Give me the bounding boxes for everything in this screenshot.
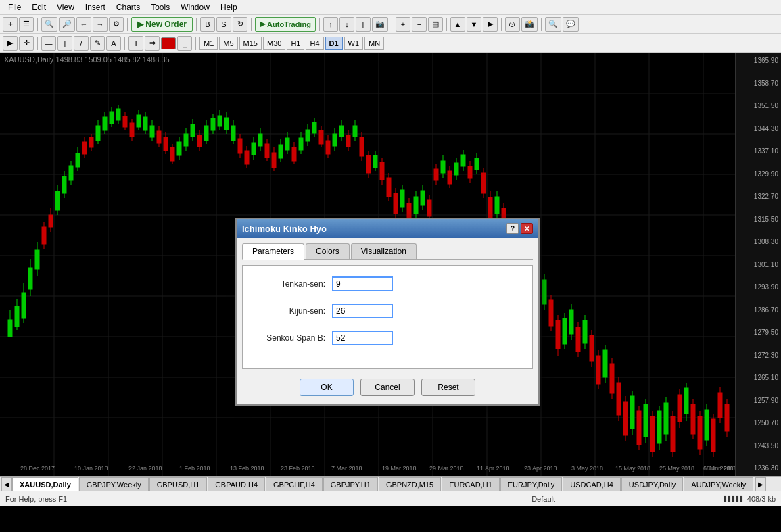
draw-btn[interactable]: ✎ bbox=[90, 36, 105, 51]
cancel-button[interactable]: Cancel bbox=[360, 379, 415, 396]
menu-edit[interactable]: Edit bbox=[26, 1, 51, 14]
tf-m15[interactable]: M15 bbox=[239, 37, 262, 50]
vline-btn[interactable]: | bbox=[57, 36, 72, 51]
svg-rect-168 bbox=[448, 171, 452, 184]
sep-1 bbox=[37, 18, 38, 31]
label-btn[interactable]: T bbox=[128, 36, 143, 51]
chat-btn[interactable]: 💬 bbox=[563, 17, 579, 32]
new-order-btn[interactable]: ▶ New Order bbox=[131, 17, 193, 32]
autotrading-btn[interactable]: ▶ AutoTrading bbox=[255, 17, 316, 32]
status-bar: For Help, press F1 Default ▮▮▮▮▮ 408/3 k… bbox=[0, 491, 781, 506]
tf-m30[interactable]: M30 bbox=[263, 37, 285, 50]
svg-rect-206 bbox=[576, 327, 580, 352]
hline-btn[interactable]: ― bbox=[41, 36, 56, 51]
senkou-span-b-input[interactable] bbox=[332, 331, 393, 345]
properties-btn[interactable]: ⚙ bbox=[109, 17, 124, 32]
indicator1-btn[interactable]: ▲ bbox=[450, 17, 465, 32]
reset-button[interactable]: Reset bbox=[421, 379, 475, 396]
tab-xauusd-daily[interactable]: XAUUSD,Daily bbox=[12, 477, 78, 491]
svg-text:1 Feb 2018: 1 Feb 2018 bbox=[179, 465, 210, 472]
cursor-btn[interactable]: ▶ bbox=[3, 36, 18, 51]
svg-rect-114 bbox=[265, 144, 269, 158]
tf-h4[interactable]: H4 bbox=[306, 37, 323, 50]
arrow-btn[interactable]: ⇒ bbox=[145, 36, 160, 51]
zoom-out-btn[interactable]: 🔎 bbox=[59, 17, 75, 32]
chart-down-btn[interactable]: ↓ bbox=[339, 17, 354, 32]
svg-rect-86 bbox=[170, 147, 174, 161]
tf-mn[interactable]: MN bbox=[364, 37, 384, 50]
tenkan-sen-input[interactable] bbox=[332, 276, 393, 291]
menu-help[interactable]: Help bbox=[215, 1, 243, 14]
zoom2-btn[interactable]: − bbox=[412, 17, 427, 32]
indicator3-btn[interactable]: ▶ bbox=[483, 17, 498, 32]
svg-rect-244 bbox=[705, 410, 709, 440]
price-1358: 1358.70 bbox=[738, 80, 778, 87]
tab-gbpchf-h4[interactable]: GBPCHF,H4 bbox=[266, 477, 323, 491]
tab-gbpaud-h4[interactable]: GBPAUD,H4 bbox=[208, 477, 265, 491]
tab-gbpjpy-weekly[interactable]: GBPJPY,Weekly bbox=[79, 477, 149, 491]
tab-usdjpy-daily[interactable]: USDJPY,Daily bbox=[621, 477, 684, 491]
text-btn[interactable]: A bbox=[106, 36, 121, 51]
dialog-close-btn[interactable]: ✕ bbox=[521, 223, 533, 234]
menu-file[interactable]: File bbox=[3, 1, 26, 14]
scroll-right-btn[interactable]: → bbox=[93, 17, 108, 32]
zoom-in-btn[interactable]: 🔍 bbox=[41, 17, 57, 32]
templates-btn[interactable]: ☰ bbox=[19, 17, 34, 32]
tab-gbpjpy-h1[interactable]: GBPJPY,H1 bbox=[323, 477, 378, 491]
clock-btn[interactable]: ⏲ bbox=[505, 17, 520, 32]
new-chart-btn[interactable]: ＋ bbox=[3, 17, 18, 32]
menu-view[interactable]: View bbox=[51, 1, 80, 14]
crosshair-btn[interactable]: ✛ bbox=[19, 36, 34, 51]
tf-m1[interactable]: M1 bbox=[199, 37, 218, 50]
tab-eurjpy-daily[interactable]: EURJPY,Daily bbox=[500, 477, 563, 491]
color-btn[interactable] bbox=[161, 37, 176, 49]
scroll-left-btn[interactable]: ← bbox=[76, 17, 91, 32]
chart-zoom-btn[interactable]: 📷 bbox=[372, 17, 388, 32]
kijun-sen-input[interactable] bbox=[332, 304, 393, 318]
tabs-scroll-right[interactable]: ▶ bbox=[755, 477, 766, 491]
tf-h1[interactable]: H1 bbox=[287, 37, 304, 50]
menu-window[interactable]: Window bbox=[175, 1, 215, 14]
svg-rect-180 bbox=[488, 197, 492, 218]
screenshot-btn[interactable]: 📸 bbox=[521, 17, 538, 32]
tab-eurcad-h1[interactable]: EURCAD,H1 bbox=[442, 477, 500, 491]
sell-btn[interactable]: S bbox=[216, 17, 231, 32]
tab-usdcad-h4[interactable]: USDCAD,H4 bbox=[563, 477, 621, 491]
tab-gbpnzd-m15[interactable]: GBPNZD,M15 bbox=[379, 477, 441, 491]
tab-parameters[interactable]: Parameters bbox=[242, 243, 304, 260]
search-btn[interactable]: 🔍 bbox=[545, 17, 561, 32]
sep-5 bbox=[319, 18, 320, 31]
tf-w1[interactable]: W1 bbox=[344, 37, 364, 50]
ok-button[interactable]: OK bbox=[300, 379, 354, 396]
indicator2-btn[interactable]: ▼ bbox=[467, 17, 481, 32]
svg-rect-232 bbox=[664, 403, 668, 434]
buy-btn[interactable]: B bbox=[200, 17, 215, 32]
fixedscale-btn[interactable]: ▤ bbox=[428, 17, 443, 32]
svg-rect-70 bbox=[116, 109, 120, 120]
menu-charts[interactable]: Charts bbox=[111, 1, 145, 14]
svg-rect-154 bbox=[400, 190, 404, 207]
svg-rect-64 bbox=[96, 126, 100, 141]
tab-audjpy-weekly[interactable]: AUDJPY,Weekly bbox=[684, 477, 753, 491]
linewidth-btn[interactable]: ⎯ bbox=[177, 36, 192, 51]
tf-m5[interactable]: M5 bbox=[219, 37, 237, 50]
zoom1-btn[interactable]: + bbox=[396, 17, 410, 32]
tab-colors[interactable]: Colors bbox=[306, 243, 350, 259]
tabs-scroll-left[interactable]: ◀ bbox=[1, 477, 12, 491]
menu-tools[interactable]: Tools bbox=[145, 1, 175, 14]
svg-rect-88 bbox=[177, 142, 181, 155]
chart-up-btn[interactable]: ↑ bbox=[323, 17, 338, 32]
price-1265: 1265.10 bbox=[738, 374, 778, 381]
tab-visualization[interactable]: Visualization bbox=[351, 243, 417, 259]
status-help: For Help, press F1 bbox=[5, 495, 364, 503]
period-sep-btn[interactable]: | bbox=[356, 17, 371, 32]
tf-d1[interactable]: D1 bbox=[325, 37, 343, 50]
dialog-titlebar[interactable]: Ichimoku Kinko Hyo ? ✕ bbox=[237, 219, 538, 238]
svg-rect-196 bbox=[542, 280, 546, 304]
svg-rect-60 bbox=[82, 142, 87, 154]
tab-gbpusd-h1[interactable]: GBPUSD,H1 bbox=[149, 477, 208, 491]
trendline-btn[interactable]: / bbox=[74, 36, 89, 51]
refresh-btn[interactable]: ↻ bbox=[233, 17, 247, 32]
dialog-help-btn[interactable]: ? bbox=[506, 223, 519, 234]
menu-insert[interactable]: Insert bbox=[80, 1, 111, 14]
